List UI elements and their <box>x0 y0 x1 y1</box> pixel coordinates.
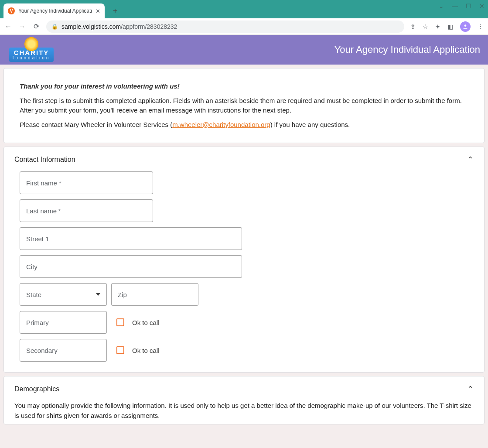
last-name-label: Last name <box>26 207 57 215</box>
share-icon[interactable]: ⇪ <box>410 23 416 30</box>
logo: CHARITY foundation <box>5 38 58 62</box>
chevron-up-icon[interactable]: ⌃ <box>467 384 474 394</box>
street1-label: Street 1 <box>26 235 49 243</box>
demographics-description: You may optionally provide the following… <box>4 396 484 421</box>
reload-button[interactable]: ⟳ <box>32 22 40 31</box>
intro-contact-prefix: Please contact Mary Wheeler in Volunteer… <box>20 121 172 128</box>
secondary-label: Secondary <box>26 347 58 354</box>
url-domain: sample.volgistics.com <box>61 23 121 30</box>
browser-tab[interactable]: V Your Agency Individual Applicati ✕ <box>3 3 105 18</box>
logo-line1: CHARITY <box>13 49 51 56</box>
primary-ok-to-call-checkbox[interactable] <box>116 318 124 326</box>
page-viewport: CHARITY foundation Your Agency Individua… <box>0 35 488 448</box>
primary-ok-to-call-label: Ok to call <box>132 319 160 326</box>
zip-label: Zip <box>118 291 127 298</box>
primary-phone-field[interactable]: Primary <box>20 311 107 334</box>
primary-label: Primary <box>26 319 49 326</box>
street1-field[interactable]: Street 1 <box>20 227 242 250</box>
contact-email-link[interactable]: m.wheeler@charityfoundation.org <box>172 121 270 128</box>
chevron-down-icon <box>96 293 100 296</box>
new-tab-button[interactable]: + <box>109 5 121 17</box>
sidepanel-icon[interactable]: ◧ <box>447 23 453 30</box>
secondary-phone-field[interactable]: Secondary <box>20 339 107 362</box>
intro-contact-suffix: ) if you have any questions. <box>270 121 350 128</box>
logo-sun-icon <box>25 38 38 50</box>
intro-lead: Thank you for your interest in volunteer… <box>20 82 468 92</box>
bookmark-icon[interactable]: ☆ <box>423 23 428 30</box>
browser-toolbar: ← → ⟳ 🔒 sample.volgistics.com/appform/28… <box>0 18 488 35</box>
browser-tab-strip: V Your Agency Individual Applicati ✕ + ⌄… <box>0 0 488 18</box>
zip-field[interactable]: Zip <box>111 283 198 306</box>
last-name-field[interactable]: Last name * <box>20 199 153 222</box>
svg-point-0 <box>464 24 467 27</box>
lock-icon: 🔒 <box>51 24 58 30</box>
required-mark: * <box>58 207 61 215</box>
state-select[interactable]: State <box>20 283 107 306</box>
section-title-demographics: Demographics <box>14 385 59 393</box>
url-path: /appform/283028232 <box>121 23 177 30</box>
page-title: Your Agency Individual Application <box>334 44 480 55</box>
window-close-icon[interactable]: ✕ <box>479 3 485 10</box>
logo-line2: foundation <box>13 56 51 60</box>
first-name-label: First name <box>26 179 57 187</box>
tab-title: Your Agency Individual Applicati <box>18 8 92 14</box>
city-label: City <box>26 263 38 270</box>
extensions-icon[interactable]: ✦ <box>435 23 440 30</box>
forward-button[interactable]: → <box>18 23 26 31</box>
window-maximize-icon[interactable]: ☐ <box>466 3 471 10</box>
state-label: State <box>26 291 41 298</box>
intro-card: Thank you for your interest in volunteer… <box>3 68 485 143</box>
section-header-demographics[interactable]: Demographics ⌃ <box>4 376 484 396</box>
profile-avatar[interactable] <box>460 21 471 32</box>
window-controls: ⌄ — ☐ ✕ <box>439 3 485 10</box>
address-bar[interactable]: 🔒 sample.volgistics.com/appform/28302823… <box>46 21 404 33</box>
first-name-field[interactable]: First name * <box>20 171 153 194</box>
kebab-menu-icon[interactable]: ⋮ <box>478 23 484 30</box>
secondary-ok-to-call-checkbox[interactable] <box>116 346 124 354</box>
url-text: sample.volgistics.com/appform/283028232 <box>61 23 177 30</box>
section-header-contact[interactable]: Contact Information ⌃ <box>4 147 484 166</box>
intro-paragraph-2: Please contact Mary Wheeler in Volunteer… <box>20 120 468 130</box>
city-field[interactable]: City <box>20 255 242 278</box>
tab-close-icon[interactable]: ✕ <box>96 8 100 14</box>
chevron-up-icon[interactable]: ⌃ <box>467 155 474 164</box>
toolbar-right: ⇪ ☆ ✦ ◧ ⋮ <box>410 21 484 32</box>
window-caret-icon[interactable]: ⌄ <box>439 3 444 10</box>
page-banner: CHARITY foundation Your Agency Individua… <box>0 35 488 65</box>
section-demographics: Demographics ⌃ You may optionally provid… <box>3 376 485 424</box>
window-minimize-icon[interactable]: — <box>452 3 458 10</box>
secondary-ok-to-call-label: Ok to call <box>132 347 160 354</box>
back-button[interactable]: ← <box>4 23 12 31</box>
section-contact-information: Contact Information ⌃ First name * Last … <box>3 147 485 373</box>
tab-favicon: V <box>8 7 15 14</box>
section-title-contact: Contact Information <box>14 156 75 164</box>
required-mark: * <box>59 179 61 187</box>
intro-paragraph-1: The first step is to submit this complet… <box>20 96 468 116</box>
